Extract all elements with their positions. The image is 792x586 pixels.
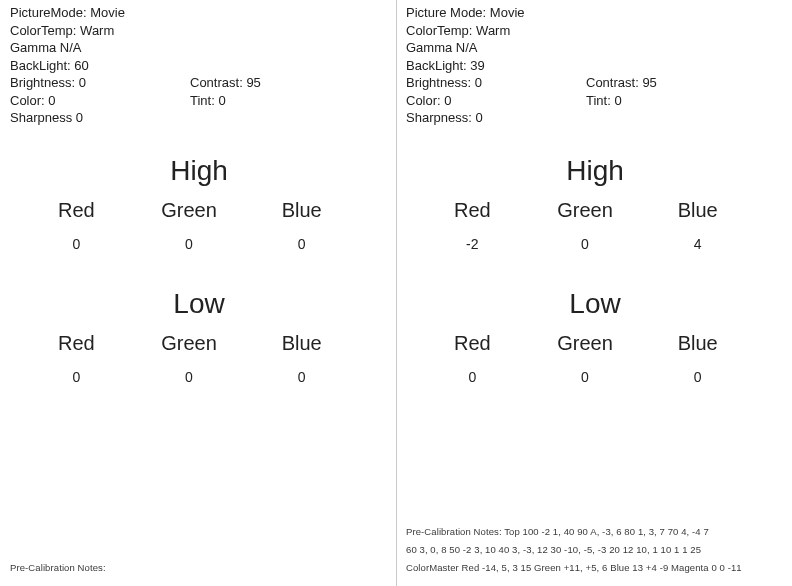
high-title: High (406, 155, 784, 187)
left-notes-title: Pre-Calibration Notes: (10, 562, 386, 574)
value-backlight: 39 (470, 58, 484, 73)
right-low-red: 0 (432, 369, 512, 385)
label-backlight: BackLight (406, 58, 470, 73)
label-color-temp: ColorTemp (10, 23, 80, 38)
value-picture-mode: Movie (490, 5, 525, 20)
value-sharpness: 0 (76, 110, 83, 125)
right-low-blue: 0 (658, 369, 738, 385)
left-levels: High Red0 Green0 Blue0 Low Red0 Green0 B… (10, 155, 388, 385)
value-sharpness: 0 (475, 110, 482, 125)
label-picture-mode: Picture Mode (406, 5, 490, 20)
left-notes: Pre-Calibration Notes: (10, 562, 386, 580)
right-settings-block: Picture ModeMovie ColorTempWarm GammaN/A… (406, 4, 784, 127)
left-panel: PictureModeMovie ColorTempWarm GammaN/A … (0, 0, 396, 586)
label-green: Green (545, 199, 625, 222)
label-gamma: Gamma (10, 40, 60, 55)
label-blue: Blue (658, 332, 738, 355)
value-tint: 0 (614, 93, 621, 108)
label-brightness: Brightness (10, 75, 79, 90)
label-red: Red (36, 332, 116, 355)
label-brightness: Brightness (406, 75, 475, 90)
label-blue: Blue (658, 199, 738, 222)
label-green: Green (545, 332, 625, 355)
left-low-red: 0 (36, 369, 116, 385)
left-settings-block: PictureModeMovie ColorTempWarm GammaN/A … (10, 4, 388, 127)
value-color: 0 (444, 93, 451, 108)
label-blue: Blue (262, 199, 342, 222)
value-brightness: 0 (79, 75, 86, 90)
label-sharpness: Sharpness (406, 110, 475, 125)
label-red: Red (36, 199, 116, 222)
value-gamma: N/A (60, 40, 82, 55)
left-low-blue: 0 (262, 369, 342, 385)
label-blue: Blue (262, 332, 342, 355)
left-high-red: 0 (36, 236, 116, 252)
label-backlight: BackLight (10, 58, 74, 73)
label-red: Red (432, 199, 512, 222)
right-notes-line1: Pre-Calibration Notes: Top 100 -2 1, 40 … (406, 526, 782, 538)
value-gamma: N/A (456, 40, 478, 55)
high-title: High (10, 155, 388, 187)
label-sharpness: Sharpness (10, 110, 76, 125)
right-high-red: -2 (432, 236, 512, 252)
label-tint: Tint (586, 93, 614, 108)
left-high-block: High Red0 Green0 Blue0 (10, 155, 388, 252)
label-contrast: Contrast (190, 75, 246, 90)
right-panel: Picture ModeMovie ColorTempWarm GammaN/A… (396, 0, 792, 586)
right-high-blue: 4 (658, 236, 738, 252)
right-notes: Pre-Calibration Notes: Top 100 -2 1, 40 … (406, 526, 782, 580)
label-color: Color (10, 93, 48, 108)
value-color-temp: Warm (476, 23, 510, 38)
value-backlight: 60 (74, 58, 88, 73)
value-color-temp: Warm (80, 23, 114, 38)
low-title: Low (10, 288, 388, 320)
label-color: Color (406, 93, 444, 108)
label-gamma: Gamma (406, 40, 456, 55)
value-contrast: 95 (642, 75, 656, 90)
label-tint: Tint (190, 93, 218, 108)
label-green: Green (149, 199, 229, 222)
label-color-temp: ColorTemp (406, 23, 476, 38)
value-contrast: 95 (246, 75, 260, 90)
left-low-block: Low Red0 Green0 Blue0 (10, 288, 388, 385)
right-levels: High Red-2 Green0 Blue4 Low Red0 Green0 … (406, 155, 784, 385)
low-title: Low (406, 288, 784, 320)
right-high-block: High Red-2 Green0 Blue4 (406, 155, 784, 252)
right-low-block: Low Red0 Green0 Blue0 (406, 288, 784, 385)
left-high-blue: 0 (262, 236, 342, 252)
right-high-green: 0 (545, 236, 625, 252)
left-high-green: 0 (149, 236, 229, 252)
label-contrast: Contrast (586, 75, 642, 90)
value-tint: 0 (218, 93, 225, 108)
value-color: 0 (48, 93, 55, 108)
right-notes-line2: 60 3, 0, 8 50 -2 3, 10 40 3, -3, 12 30 -… (406, 544, 782, 556)
label-red: Red (432, 332, 512, 355)
value-brightness: 0 (475, 75, 482, 90)
label-picture-mode: PictureMode (10, 5, 90, 20)
right-notes-line3: ColorMaster Red -14, 5, 3 15 Green +11, … (406, 562, 782, 574)
value-picture-mode: Movie (90, 5, 125, 20)
left-low-green: 0 (149, 369, 229, 385)
label-green: Green (149, 332, 229, 355)
right-low-green: 0 (545, 369, 625, 385)
